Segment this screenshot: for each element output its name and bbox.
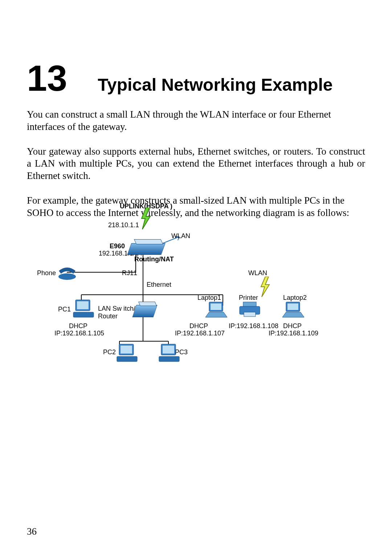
- device-label: E960: [110, 242, 125, 250]
- svg-marker-14: [282, 312, 304, 317]
- page-number: 36: [27, 526, 37, 537]
- laptop1-label: Laptop1: [197, 294, 221, 302]
- svg-rect-16: [121, 346, 132, 354]
- diagram-wires: [27, 200, 365, 389]
- chapter-heading: 13 Typical Networking Example: [27, 60, 365, 96]
- pc1-icon: [73, 299, 94, 319]
- laptop2-ip-label: IP:192.168.1.109: [269, 330, 318, 337]
- laptop2-icon: [281, 301, 306, 319]
- printer-label: Printer: [239, 294, 258, 302]
- phone-label: Phone: [37, 269, 56, 277]
- wlan1-label: WLAN: [171, 232, 190, 240]
- svg-rect-5: [73, 312, 94, 317]
- printer-icon: [238, 301, 261, 318]
- lan-switch-label: LAN Sw itch/ Router: [98, 305, 135, 320]
- laptop1-icon: [204, 301, 229, 319]
- pc3-icon: [158, 343, 180, 364]
- pc2-label: PC2: [103, 348, 116, 356]
- svg-rect-20: [159, 356, 179, 362]
- svg-rect-13: [287, 303, 298, 310]
- ethernet-label: Ethernet: [147, 281, 171, 289]
- wlan2-label: WLAN: [248, 269, 267, 277]
- svg-rect-4: [77, 301, 89, 309]
- lan-switch-icon: [132, 305, 157, 317]
- laptop2-dhcp-label: DHCP: [283, 322, 302, 330]
- chapter-title: Typical Networking Example: [98, 75, 332, 95]
- laptop2-label: Laptop2: [283, 294, 307, 302]
- network-diagram: UPLINK(HSDPA ) 218.10.1.1 E960 192.168.1…: [27, 200, 365, 389]
- pc2-icon: [116, 343, 138, 364]
- laptop1-dhcp-label: DHCP: [189, 322, 208, 330]
- laptop1-ip-label: IP:192.168.1.107: [175, 330, 225, 337]
- paragraph-2: Your gateway also supports external hubs…: [27, 146, 365, 182]
- rj11-label: RJ11: [122, 269, 137, 277]
- svg-marker-8: [205, 312, 227, 317]
- svg-rect-7: [211, 303, 221, 310]
- routing-label: Routing/NAT: [134, 256, 174, 263]
- svg-rect-11: [244, 312, 256, 317]
- pc1-dhcp-label: DHCP: [69, 322, 87, 330]
- paragraph-1: You can construct a small LAN through th…: [27, 109, 365, 133]
- pc1-label: PC1: [58, 306, 71, 313]
- wan-ip-label: 218.10.1.1: [108, 221, 139, 229]
- svg-rect-19: [163, 346, 174, 354]
- svg-rect-17: [117, 356, 137, 362]
- svg-marker-0: [142, 208, 150, 229]
- pc1-ip-label: IP:192.168.1.105: [54, 330, 104, 337]
- svg-marker-1: [261, 277, 269, 297]
- printer-ip-label: IP:192.168.1.108: [229, 322, 278, 330]
- svg-point-2: [58, 273, 76, 280]
- router-icon: [127, 243, 166, 255]
- phone-icon: [57, 266, 78, 280]
- chapter-number: 13: [27, 60, 67, 96]
